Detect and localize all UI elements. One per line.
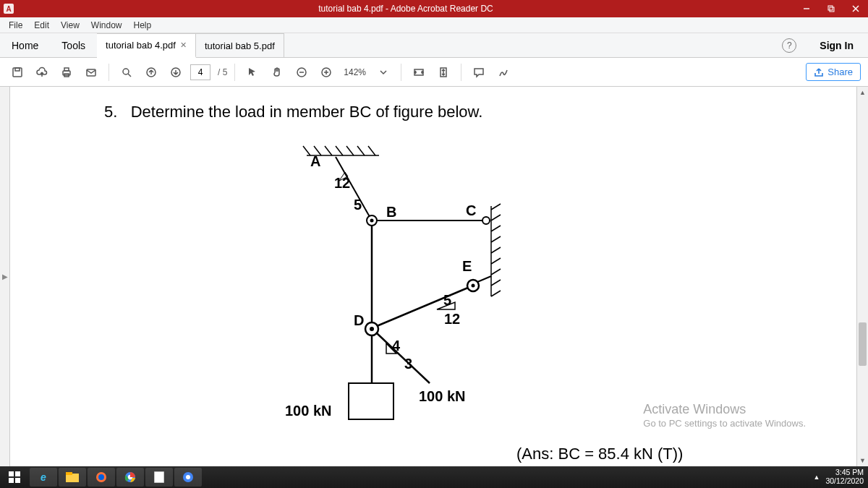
fit-width-icon[interactable] [409,62,429,82]
svg-line-55 [376,333,430,383]
figure: A 12 5 B [242,137,545,448]
document-stage: ▶ 5. Determine the load in member BC of … [0,87,868,466]
load-left: 100 kN [285,403,332,419]
pdf-page[interactable]: 5. Determine the load in member BC of fi… [10,87,856,466]
help-icon[interactable]: ? [782,38,796,53]
svg-line-41 [491,291,501,296]
question-line: 5. Determine the load in member BC of fi… [104,103,820,121]
home-tab[interactable]: Home [0,33,50,57]
system-tray: ▲ 3:45 PM 30/12/2020 [814,468,868,485]
activate-windows-watermark: Activate Windows Go to PC settings to ac… [643,401,806,430]
windows-taskbar: e ▲ 3:45 PM 30/12/2020 [0,466,868,488]
label-D: D [354,312,364,328]
question-number: 5. [104,103,117,121]
svg-line-27 [325,146,332,155]
svg-line-31 [368,146,375,155]
svg-line-28 [336,146,343,155]
dim-DE5: 5 [443,292,451,308]
zoom-dropdown-icon[interactable] [373,62,393,82]
taskbar-firefox-icon[interactable] [88,468,115,487]
svg-line-37 [491,247,501,253]
tools-tab[interactable]: Tools [50,33,97,57]
svg-point-64 [98,474,104,480]
window-titlebar: A tutorial bab 4.pdf - Adobe Acrobat Rea… [0,0,868,17]
svg-line-25 [303,146,310,155]
svg-rect-56 [349,383,393,419]
sign-in-button[interactable]: Sign In [805,33,868,57]
svg-rect-57 [9,471,14,476]
svg-point-52 [472,284,475,288]
svg-point-49 [370,327,374,331]
comment-icon[interactable] [469,62,489,82]
menu-window[interactable]: Window [85,19,128,32]
mail-icon[interactable] [81,62,101,82]
share-button[interactable]: Share [806,63,861,81]
scroll-thumb[interactable] [859,322,867,366]
svg-line-35 [491,226,501,231]
tray-arrow-icon[interactable]: ▲ [814,474,820,481]
taskbar-explorer-icon[interactable] [59,468,86,487]
page-number-input[interactable] [190,64,210,80]
search-icon[interactable] [116,62,137,82]
pointer-icon[interactable] [242,62,263,82]
vertical-scrollbar[interactable]: ▲ ▼ [856,87,868,466]
svg-rect-3 [828,6,833,10]
svg-line-30 [357,146,365,155]
fit-page-icon[interactable] [433,62,454,82]
page-down-icon[interactable] [166,62,186,82]
svg-point-46 [482,217,490,224]
page-total: / 5 [215,67,227,77]
taskbar-chrome-icon[interactable] [116,468,144,487]
taskbar-chrome2-icon[interactable] [174,468,202,487]
maximize-button[interactable] [819,0,843,17]
dim-AB5: 5 [354,197,362,213]
menubar: File Edit View Window Help [0,17,868,33]
cloud-icon[interactable] [32,62,52,82]
svg-line-40 [491,280,501,286]
scroll-track[interactable] [857,98,868,455]
side-panel-toggle[interactable]: ▶ [0,87,10,466]
tabbar: Home Tools tutorial bab 4.pdf ✕ tutorial… [0,33,868,58]
svg-rect-60 [15,478,20,483]
menu-help[interactable]: Help [128,19,158,32]
start-button[interactable] [1,468,28,487]
minimize-button[interactable] [794,0,819,17]
menu-edit[interactable]: Edit [28,19,55,32]
taskbar-clock[interactable]: 3:45 PM 30/12/2020 [825,468,864,485]
load-right: 100 kN [419,388,466,404]
svg-rect-4 [830,7,834,12]
doc-tab-1[interactable]: tutorial bab 4.pdf ✕ [97,33,196,58]
svg-rect-59 [9,478,14,483]
question-text: Determine the load in member BC of figur… [131,103,483,121]
svg-line-38 [491,258,501,264]
share-label: Share [827,67,853,77]
menu-file[interactable]: File [3,19,28,32]
print-icon[interactable] [56,62,77,82]
svg-rect-58 [15,471,20,476]
label-E: E [462,258,472,274]
window-controls [794,0,868,17]
svg-rect-62 [66,472,72,475]
svg-line-33 [491,204,501,210]
doc-tab-2[interactable]: tutorial bab 5.pdf [196,33,284,57]
hand-icon[interactable] [267,62,287,82]
save-icon[interactable] [7,62,27,82]
taskbar-app-icon[interactable] [145,468,173,487]
taskbar-ie-icon[interactable]: e [30,468,57,487]
svg-line-29 [346,146,354,155]
scroll-down-icon[interactable]: ▼ [857,455,868,466]
label-A: A [310,153,320,169]
app-icon: A [0,4,17,14]
scroll-up-icon[interactable]: ▲ [857,87,868,98]
close-button[interactable] [843,0,868,17]
zoom-out-icon[interactable] [292,62,312,82]
sign-icon[interactable] [493,62,514,82]
page-up-icon[interactable] [141,62,161,82]
menu-view[interactable]: View [55,19,85,32]
zoom-in-icon[interactable] [316,62,336,82]
document-content: 5. Determine the load in member BC of fi… [104,103,820,121]
zoom-value: 142% [341,67,369,77]
window-title: tutorial bab 4.pdf - Adobe Acrobat Reade… [17,4,794,14]
label-B: B [386,204,396,220]
close-tab-icon[interactable]: ✕ [180,40,187,50]
